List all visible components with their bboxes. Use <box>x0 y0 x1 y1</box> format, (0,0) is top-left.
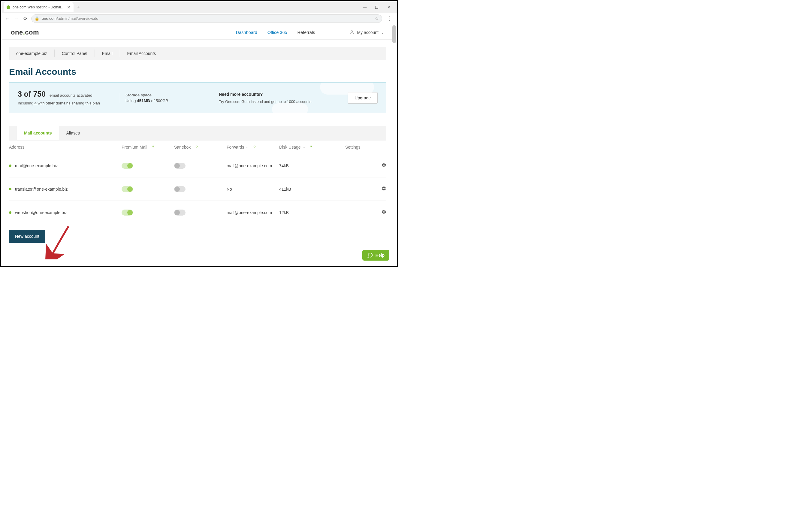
breadcrumb-email[interactable]: Email <box>95 51 120 56</box>
help-icon[interactable]: ? <box>152 145 154 149</box>
help-icon[interactable]: ? <box>195 145 197 149</box>
my-account-menu[interactable]: My account ⌄ <box>349 30 385 35</box>
close-icon[interactable]: ✕ <box>67 5 71 10</box>
lock-icon: 🔒 <box>35 16 39 21</box>
chevron-down-icon: ⌄ <box>26 145 29 149</box>
column-premium-mail: Premium Mail ? <box>121 145 174 150</box>
gear-icon[interactable] <box>382 187 386 192</box>
column-address[interactable]: Address ⌄ <box>9 145 121 150</box>
sanebox-toggle[interactable] <box>174 210 186 215</box>
bookmark-star-icon[interactable]: ☆ <box>374 16 379 21</box>
table-row: mail@one-example.biz mail@one-example.co… <box>9 154 386 177</box>
close-window-button[interactable]: ✕ <box>385 5 393 10</box>
favicon-icon <box>6 5 10 9</box>
tab-bar: Mail accounts Aliases <box>9 126 386 140</box>
site-header: one.com Dashboard Office 365 Referrals M… <box>2 25 393 40</box>
breadcrumb: one-example.biz Control Panel Email Emai… <box>9 47 386 60</box>
svg-point-0 <box>351 31 353 33</box>
url-host: one.com <box>42 16 57 21</box>
chevron-down-icon: ⌄ <box>381 30 385 35</box>
browser-titlebar: one.com Web hosting - Domai… ✕ + — ☐ ✕ <box>1 1 397 13</box>
url-bar[interactable]: 🔒 one.com/admin/mail/overview.do ☆ <box>31 14 382 23</box>
row-address: webshop@one-example.biz <box>15 210 67 215</box>
row-address: translator@one-example.biz <box>15 187 67 192</box>
user-icon <box>349 30 354 35</box>
column-disk-usage[interactable]: Disk Usage ⌄ ? <box>279 145 345 150</box>
browser-menu-icon[interactable]: ⋮ <box>385 15 394 22</box>
breadcrumb-domain[interactable]: one-example.biz <box>9 51 54 56</box>
reload-button[interactable]: ⟳ <box>22 16 28 21</box>
row-disk-usage: 411kB <box>279 187 345 192</box>
cloud-decoration-icon <box>320 82 374 95</box>
row-forwards: No <box>227 187 279 192</box>
premium-toggle[interactable] <box>121 186 133 192</box>
browser-tab[interactable]: one.com Web hosting - Domai… ✕ <box>4 2 74 12</box>
activated-label: email accounts activated <box>50 93 92 98</box>
nav-referrals[interactable]: Referrals <box>297 30 315 35</box>
table-header: Address ⌄ Premium Mail ? Sanebox ? Forwa… <box>9 140 386 154</box>
column-forwards[interactable]: Forwards ⌄ ? <box>227 145 279 150</box>
column-settings: Settings <box>345 145 386 150</box>
storage-label: Storage space <box>126 93 198 97</box>
help-icon[interactable]: ? <box>310 145 312 149</box>
tab-aliases[interactable]: Aliases <box>59 126 87 140</box>
new-tab-button[interactable]: + <box>77 4 80 11</box>
chevron-down-icon: ⌄ <box>303 145 305 149</box>
help-icon[interactable]: ? <box>253 145 255 149</box>
activated-count: 3 of 750 <box>18 90 46 98</box>
page-title: Email Accounts <box>9 66 386 77</box>
chat-bubble-icon <box>367 252 373 258</box>
help-widget-label: Help <box>375 253 385 258</box>
gear-icon[interactable] <box>382 164 386 168</box>
nav-dashboard[interactable]: Dashboard <box>236 30 257 35</box>
premium-toggle[interactable] <box>121 210 133 215</box>
breadcrumb-email-accounts[interactable]: Email Accounts <box>120 51 163 56</box>
tab-mail-accounts[interactable]: Mail accounts <box>17 126 59 140</box>
back-button[interactable]: ← <box>4 16 10 21</box>
table-row: translator@one-example.biz No 411kB <box>9 177 386 201</box>
column-sanebox: Sanebox ? <box>174 145 227 150</box>
row-forwards: mail@one-example.com <box>227 163 279 168</box>
row-disk-usage: 74kB <box>279 163 345 168</box>
premium-toggle[interactable] <box>121 163 133 169</box>
summary-panel: 3 of 750 email accounts activated Includ… <box>9 82 386 113</box>
storage-usage: Using 451MB of 500GB <box>126 98 198 103</box>
new-account-button[interactable]: New account <box>9 230 45 243</box>
chevron-down-icon: ⌄ <box>246 145 249 149</box>
sanebox-toggle[interactable] <box>174 186 186 192</box>
url-path: /admin/mail/overview.do <box>57 16 98 21</box>
status-dot-icon <box>9 188 12 190</box>
vertical-scrollbar[interactable] <box>392 25 396 43</box>
status-dot-icon <box>9 165 12 167</box>
gear-icon[interactable] <box>382 210 386 215</box>
row-address: mail@one-example.biz <box>15 163 58 168</box>
my-account-label: My account <box>357 30 379 35</box>
nav-office365[interactable]: Office 365 <box>268 30 287 35</box>
minimize-button[interactable]: — <box>361 5 369 10</box>
including-domains-link[interactable]: Including 4 with other domains sharing t… <box>18 101 100 106</box>
sanebox-toggle[interactable] <box>174 163 186 169</box>
table-row: webshop@one-example.biz mail@one-example… <box>9 201 386 224</box>
row-forwards: mail@one-example.com <box>227 210 279 215</box>
forward-button[interactable]: → <box>13 16 19 21</box>
breadcrumb-control-panel[interactable]: Control Panel <box>55 51 95 56</box>
cloud-decoration-icon <box>272 103 308 113</box>
logo[interactable]: one.com <box>11 28 39 36</box>
browser-toolbar: ← → ⟳ 🔒 one.com/admin/mail/overview.do ☆… <box>1 13 397 24</box>
maximize-button[interactable]: ☐ <box>372 5 381 10</box>
row-disk-usage: 12kB <box>279 210 345 215</box>
status-dot-icon <box>9 211 12 214</box>
browser-tab-title: one.com Web hosting - Domai… <box>13 5 64 9</box>
help-widget[interactable]: Help <box>362 250 389 261</box>
